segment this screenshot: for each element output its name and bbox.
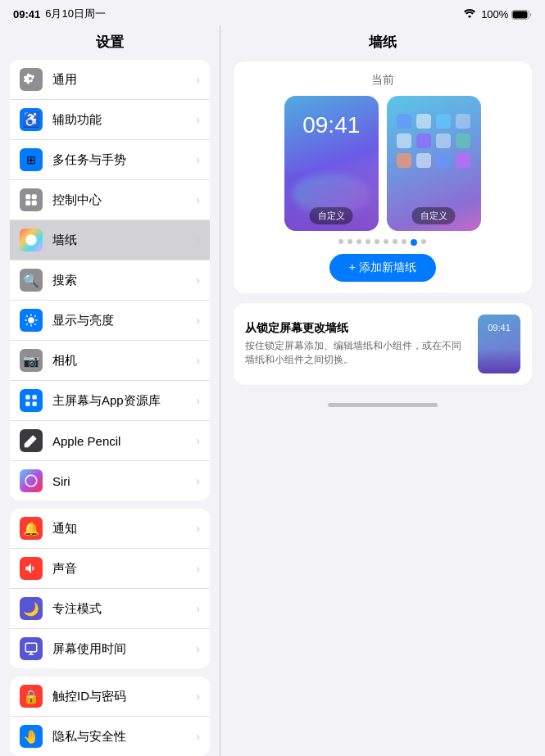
sidebar-item-wallpaper[interactable]: 墙纸 › bbox=[10, 220, 210, 260]
sidebar-item-search-label: 搜索 bbox=[52, 273, 196, 288]
settings-group-3: 🔒 触控ID与密码 › 🤚 隐私与安全性 › bbox=[10, 677, 210, 756]
svg-rect-5 bbox=[32, 201, 37, 206]
sidebar-item-controlcenter-label: 控制中心 bbox=[52, 192, 196, 208]
touchid-icon: 🔒 bbox=[20, 685, 43, 708]
svg-rect-1 bbox=[513, 11, 528, 19]
chevron-icon: › bbox=[196, 193, 200, 206]
current-wallpaper-card: 当前 09:41 自定义 bbox=[234, 61, 533, 293]
sidebar-item-touchid[interactable]: 🔒 触控ID与密码 › bbox=[10, 677, 210, 717]
svg-point-6 bbox=[25, 234, 37, 246]
wallpaper-panel: 墙纸 当前 09:41 自定义 bbox=[220, 26, 546, 756]
status-bar: 09:41 6月10日周一 100% bbox=[0, 0, 545, 26]
chevron-icon: › bbox=[196, 153, 200, 166]
sidebar-item-camera[interactable]: 📷 相机 › bbox=[10, 341, 210, 381]
svg-rect-2 bbox=[25, 194, 30, 199]
status-time: 09:41 bbox=[13, 8, 40, 20]
chevron-icon: › bbox=[196, 233, 200, 247]
sidebar-item-general[interactable]: 通用 › bbox=[10, 60, 210, 100]
panel-title: 墙纸 bbox=[234, 26, 533, 61]
applepencil-icon bbox=[20, 429, 43, 452]
add-wallpaper-button[interactable]: + 添加新墙纸 bbox=[329, 254, 436, 282]
dot-2 bbox=[357, 239, 361, 244]
camera-icon: 📷 bbox=[20, 349, 43, 372]
chevron-icon: › bbox=[196, 474, 200, 487]
battery-icon: 100% bbox=[481, 8, 532, 20]
sidebar-item-display[interactable]: 显示与亮度 › bbox=[10, 301, 210, 341]
sidebar-item-siri-label: Siri bbox=[52, 474, 196, 488]
controlcenter-icon bbox=[20, 188, 43, 211]
chevron-icon: › bbox=[196, 394, 200, 407]
sidebar-item-multitask[interactable]: ⊞ 多任务与手势 › bbox=[10, 140, 210, 180]
sidebar-item-applepencil[interactable]: Apple Pencil › bbox=[10, 421, 210, 461]
sidebar-item-focus[interactable]: 🌙 专注模式 › bbox=[10, 589, 210, 629]
sidebar-item-privacy[interactable]: 🤚 隐私与安全性 › bbox=[10, 717, 210, 756]
chevron-icon: › bbox=[196, 274, 200, 287]
svg-rect-4 bbox=[25, 201, 30, 206]
gear-icon bbox=[20, 68, 43, 91]
sidebar-item-homescreen-label: 主屏幕与App资源库 bbox=[52, 393, 196, 409]
status-icons: 100% bbox=[463, 8, 532, 20]
siri-icon bbox=[20, 469, 43, 492]
sidebar-item-camera-label: 相机 bbox=[52, 353, 196, 369]
sidebar-item-wallpaper-label: 墙纸 bbox=[52, 233, 196, 248]
sidebar-item-notifications[interactable]: 🔔 通知 › bbox=[10, 509, 210, 549]
dot-9 bbox=[421, 239, 426, 244]
display-icon bbox=[20, 309, 43, 332]
svg-rect-9 bbox=[33, 395, 37, 399]
svg-rect-8 bbox=[25, 395, 30, 399]
dot-0 bbox=[338, 239, 343, 244]
lock-screen-card-desc: 按住锁定屏幕添加、编辑墙纸和小组件，或在不同墙纸和小组件之间切换。 bbox=[245, 339, 469, 367]
dot-4 bbox=[375, 239, 379, 244]
wallpaper-previews: 09:41 自定义 bbox=[245, 96, 521, 231]
sidebar-item-homescreen[interactable]: 主屏幕与App资源库 › bbox=[10, 381, 210, 421]
sidebar-item-siri[interactable]: Siri › bbox=[10, 461, 210, 500]
chevron-icon: › bbox=[196, 730, 200, 743]
chevron-icon: › bbox=[196, 113, 200, 126]
dot-8 bbox=[411, 239, 417, 246]
chevron-icon: › bbox=[196, 642, 200, 655]
chevron-icon: › bbox=[196, 690, 200, 703]
sidebar-item-notifications-label: 通知 bbox=[52, 521, 196, 536]
multitask-icon: ⊞ bbox=[20, 148, 43, 171]
svg-rect-12 bbox=[25, 643, 37, 652]
sidebar-item-screentime[interactable]: 屏幕使用时间 › bbox=[10, 629, 210, 668]
home-customize-btn[interactable]: 自定义 bbox=[412, 207, 456, 224]
sidebar-item-sounds[interactable]: 声音 › bbox=[10, 549, 210, 589]
sidebar-item-multitask-label: 多任务与手势 bbox=[52, 152, 196, 168]
screentime-icon bbox=[20, 637, 43, 660]
wallpaper-icon bbox=[20, 229, 43, 251]
lock-screen-change-card: 从锁定屏幕更改墙纸 按住锁定屏幕添加、编辑墙纸和小组件，或在不同墙纸和小组件之间… bbox=[234, 303, 533, 385]
chevron-icon: › bbox=[196, 73, 200, 86]
chevron-icon: › bbox=[196, 602, 200, 615]
lock-screen-card-text: 从锁定屏幕更改墙纸 按住锁定屏幕添加、编辑墙纸和小组件，或在不同墙纸和小组件之间… bbox=[245, 321, 469, 367]
home-screen-preview[interactable]: 自定义 bbox=[387, 96, 481, 231]
sidebar-item-applepencil-label: Apple Pencil bbox=[52, 434, 196, 448]
lock-customize-btn[interactable]: 自定义 bbox=[310, 207, 353, 224]
current-wallpaper-label: 当前 bbox=[245, 73, 521, 88]
sidebar-item-screentime-label: 屏幕使用时间 bbox=[52, 641, 196, 657]
dot-7 bbox=[402, 239, 406, 244]
focus-icon: 🌙 bbox=[20, 597, 43, 620]
home-indicator bbox=[328, 403, 438, 407]
lock-screen-preview[interactable]: 09:41 自定义 bbox=[284, 96, 379, 231]
bottom-area bbox=[234, 385, 533, 407]
svg-point-7 bbox=[28, 317, 34, 324]
dot-3 bbox=[366, 239, 370, 244]
sidebar-item-touchid-label: 触控ID与密码 bbox=[52, 689, 196, 704]
sidebar-item-sounds-label: 声音 bbox=[52, 561, 196, 577]
sidebar-item-accessibility-label: 辅助功能 bbox=[52, 112, 196, 128]
homescreen-icon bbox=[20, 389, 43, 412]
sidebar-item-search[interactable]: 🔍 搜索 › bbox=[10, 260, 210, 301]
thumbnail-time: 09:41 bbox=[488, 323, 511, 333]
home-icons-grid bbox=[390, 107, 477, 174]
sidebar-item-general-label: 通用 bbox=[52, 72, 196, 88]
sidebar-item-controlcenter[interactable]: 控制中心 › bbox=[10, 180, 210, 220]
dot-1 bbox=[347, 239, 352, 244]
sidebar: 设置 通用 › ♿ 辅助功能 › ⊞ 多任务与手势 › bbox=[0, 26, 220, 756]
svg-rect-10 bbox=[25, 402, 30, 406]
notifications-icon: 🔔 bbox=[20, 517, 43, 540]
sidebar-item-accessibility[interactable]: ♿ 辅助功能 › bbox=[10, 100, 210, 140]
page-dots bbox=[245, 239, 521, 246]
accessibility-icon: ♿ bbox=[20, 108, 43, 131]
chevron-icon: › bbox=[196, 434, 200, 447]
